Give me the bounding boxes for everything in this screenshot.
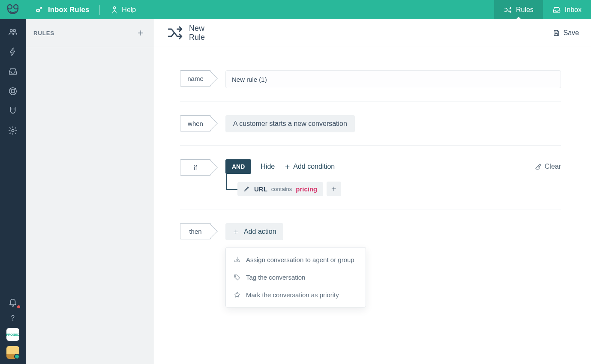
svg-point-10 (114, 6, 116, 9)
svg-point-3 (13, 30, 15, 32)
svg-point-2 (10, 30, 12, 32)
svg-point-1 (14, 4, 18, 9)
hide-conditions-link[interactable]: Hide (261, 163, 275, 170)
rail-lifebuoy-icon[interactable] (6, 86, 19, 96)
condition-key: URL (254, 185, 267, 193)
condition-chip[interactable]: URL contains pricing (237, 182, 323, 196)
assign-icon (234, 256, 241, 263)
label-then: then (180, 223, 211, 239)
svg-point-0 (8, 4, 12, 9)
label-name: name (180, 70, 211, 87)
help-link[interactable]: Help (110, 6, 136, 14)
tab-rules[interactable]: Rules (494, 0, 543, 19)
topbar-title: Inbox Rules (35, 6, 89, 14)
logic-and-chip[interactable]: AND (225, 159, 251, 174)
svg-point-8 (37, 9, 39, 12)
condition-op: contains (271, 186, 292, 192)
plus-icon (330, 185, 337, 192)
action-dropdown: Assign conversation to agent or group Ta… (225, 247, 366, 307)
rule-name-input[interactable] (225, 70, 561, 88)
add-action-button[interactable]: Add action (225, 223, 283, 240)
svg-point-11 (114, 10, 115, 11)
rail-people-icon[interactable] (6, 27, 19, 37)
eraser-icon (534, 163, 542, 170)
left-icon-rail: FROGED (0, 0, 26, 364)
rail-bell-icon[interactable] (6, 297, 19, 307)
action-tag[interactable]: Tag the conversation (226, 269, 366, 286)
rail-inbox-icon[interactable] (6, 66, 19, 77)
tab-inbox[interactable]: Inbox (543, 0, 591, 19)
plus-icon (284, 164, 291, 170)
pencil-icon (243, 185, 250, 192)
shuffle-icon (504, 6, 512, 14)
star-icon (234, 291, 241, 298)
label-when: when (180, 115, 211, 131)
svg-point-12 (235, 276, 236, 276)
save-icon (552, 29, 560, 37)
main-area: New Rule Save name when A customer start… (154, 19, 591, 364)
page-title: New Rule (166, 24, 205, 42)
add-condition-link[interactable]: Add condition (284, 163, 335, 170)
svg-point-6 (12, 129, 14, 132)
rail-workspace-avatar[interactable]: FROGED (6, 328, 19, 341)
rules-list-panel: RULES (26, 19, 154, 364)
rail-lightning-icon[interactable] (6, 47, 19, 57)
when-trigger-select[interactable]: A customer starts a new conversation (225, 115, 355, 132)
plus-icon (137, 29, 144, 37)
clear-conditions-link[interactable]: Clear (534, 163, 561, 170)
shuffle-icon (166, 24, 184, 42)
plus-icon (232, 228, 240, 236)
rail-magnet-icon[interactable] (6, 106, 19, 116)
rules-panel-heading: RULES (33, 30, 54, 36)
inbox-icon (552, 6, 561, 14)
tag-icon (234, 274, 241, 281)
app-logo[interactable] (0, 0, 26, 19)
add-rule-button[interactable] (135, 27, 146, 39)
rail-help-icon[interactable] (6, 313, 19, 323)
action-priority[interactable]: Mark the conversation as priority (226, 286, 366, 304)
save-button[interactable]: Save (552, 29, 579, 37)
add-sibling-condition-button[interactable] (327, 182, 341, 196)
topbar: Inbox Rules Help Rules Inbox (26, 0, 591, 19)
condition-value: pricing (296, 185, 317, 193)
action-assign[interactable]: Assign conversation to agent or group (226, 251, 366, 269)
label-if: if (180, 159, 211, 176)
rail-gear-icon[interactable] (6, 125, 19, 136)
gears-icon (35, 6, 44, 14)
svg-point-7 (12, 320, 13, 320)
help-person-icon (110, 6, 119, 14)
svg-point-9 (41, 7, 42, 9)
frog-icon (6, 3, 20, 17)
topbar-divider (99, 5, 100, 15)
rail-user-avatar[interactable] (6, 346, 19, 359)
